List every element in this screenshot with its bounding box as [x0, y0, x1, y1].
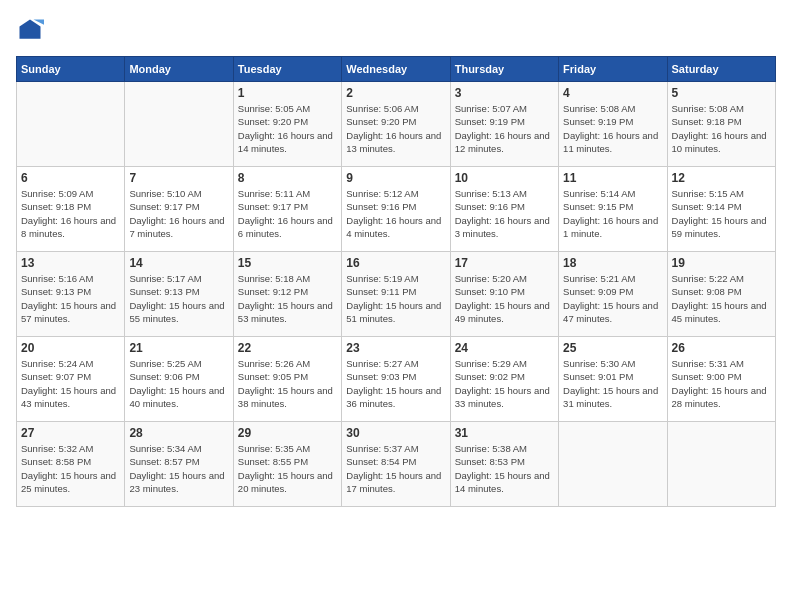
calendar-cell: 8Sunrise: 5:11 AM Sunset: 9:17 PM Daylig…	[233, 167, 341, 252]
calendar-cell: 12Sunrise: 5:15 AM Sunset: 9:14 PM Dayli…	[667, 167, 775, 252]
day-info: Sunrise: 5:38 AM Sunset: 8:53 PM Dayligh…	[455, 442, 554, 495]
calendar-cell: 27Sunrise: 5:32 AM Sunset: 8:58 PM Dayli…	[17, 422, 125, 507]
day-number: 1	[238, 86, 337, 100]
calendar-cell: 1Sunrise: 5:05 AM Sunset: 9:20 PM Daylig…	[233, 82, 341, 167]
day-info: Sunrise: 5:13 AM Sunset: 9:16 PM Dayligh…	[455, 187, 554, 240]
day-number: 21	[129, 341, 228, 355]
day-info: Sunrise: 5:29 AM Sunset: 9:02 PM Dayligh…	[455, 357, 554, 410]
day-number: 10	[455, 171, 554, 185]
calendar-cell: 14Sunrise: 5:17 AM Sunset: 9:13 PM Dayli…	[125, 252, 233, 337]
calendar-cell: 25Sunrise: 5:30 AM Sunset: 9:01 PM Dayli…	[559, 337, 667, 422]
day-info: Sunrise: 5:12 AM Sunset: 9:16 PM Dayligh…	[346, 187, 445, 240]
page-header	[16, 16, 776, 44]
week-row-2: 6Sunrise: 5:09 AM Sunset: 9:18 PM Daylig…	[17, 167, 776, 252]
day-number: 20	[21, 341, 120, 355]
week-row-4: 20Sunrise: 5:24 AM Sunset: 9:07 PM Dayli…	[17, 337, 776, 422]
weekday-header-saturday: Saturday	[667, 57, 775, 82]
day-info: Sunrise: 5:07 AM Sunset: 9:19 PM Dayligh…	[455, 102, 554, 155]
day-number: 7	[129, 171, 228, 185]
day-info: Sunrise: 5:16 AM Sunset: 9:13 PM Dayligh…	[21, 272, 120, 325]
weekday-header-friday: Friday	[559, 57, 667, 82]
calendar-cell: 17Sunrise: 5:20 AM Sunset: 9:10 PM Dayli…	[450, 252, 558, 337]
day-info: Sunrise: 5:32 AM Sunset: 8:58 PM Dayligh…	[21, 442, 120, 495]
calendar-cell: 3Sunrise: 5:07 AM Sunset: 9:19 PM Daylig…	[450, 82, 558, 167]
day-info: Sunrise: 5:26 AM Sunset: 9:05 PM Dayligh…	[238, 357, 337, 410]
calendar-cell: 20Sunrise: 5:24 AM Sunset: 9:07 PM Dayli…	[17, 337, 125, 422]
day-number: 5	[672, 86, 771, 100]
day-info: Sunrise: 5:18 AM Sunset: 9:12 PM Dayligh…	[238, 272, 337, 325]
day-info: Sunrise: 5:37 AM Sunset: 8:54 PM Dayligh…	[346, 442, 445, 495]
weekday-header-monday: Monday	[125, 57, 233, 82]
day-info: Sunrise: 5:05 AM Sunset: 9:20 PM Dayligh…	[238, 102, 337, 155]
day-number: 13	[21, 256, 120, 270]
day-number: 9	[346, 171, 445, 185]
calendar-cell	[559, 422, 667, 507]
day-number: 23	[346, 341, 445, 355]
day-number: 14	[129, 256, 228, 270]
calendar-cell: 28Sunrise: 5:34 AM Sunset: 8:57 PM Dayli…	[125, 422, 233, 507]
day-info: Sunrise: 5:17 AM Sunset: 9:13 PM Dayligh…	[129, 272, 228, 325]
day-number: 29	[238, 426, 337, 440]
day-info: Sunrise: 5:34 AM Sunset: 8:57 PM Dayligh…	[129, 442, 228, 495]
day-info: Sunrise: 5:21 AM Sunset: 9:09 PM Dayligh…	[563, 272, 662, 325]
calendar-cell: 30Sunrise: 5:37 AM Sunset: 8:54 PM Dayli…	[342, 422, 450, 507]
calendar-cell: 15Sunrise: 5:18 AM Sunset: 9:12 PM Dayli…	[233, 252, 341, 337]
day-info: Sunrise: 5:22 AM Sunset: 9:08 PM Dayligh…	[672, 272, 771, 325]
day-number: 4	[563, 86, 662, 100]
day-number: 11	[563, 171, 662, 185]
day-number: 16	[346, 256, 445, 270]
weekday-header-thursday: Thursday	[450, 57, 558, 82]
calendar-cell: 26Sunrise: 5:31 AM Sunset: 9:00 PM Dayli…	[667, 337, 775, 422]
day-number: 24	[455, 341, 554, 355]
calendar-cell: 6Sunrise: 5:09 AM Sunset: 9:18 PM Daylig…	[17, 167, 125, 252]
calendar-cell: 5Sunrise: 5:08 AM Sunset: 9:18 PM Daylig…	[667, 82, 775, 167]
day-info: Sunrise: 5:09 AM Sunset: 9:18 PM Dayligh…	[21, 187, 120, 240]
calendar-cell: 9Sunrise: 5:12 AM Sunset: 9:16 PM Daylig…	[342, 167, 450, 252]
logo-icon	[16, 16, 44, 44]
day-number: 3	[455, 86, 554, 100]
day-number: 26	[672, 341, 771, 355]
day-info: Sunrise: 5:24 AM Sunset: 9:07 PM Dayligh…	[21, 357, 120, 410]
day-info: Sunrise: 5:30 AM Sunset: 9:01 PM Dayligh…	[563, 357, 662, 410]
calendar-cell: 22Sunrise: 5:26 AM Sunset: 9:05 PM Dayli…	[233, 337, 341, 422]
day-number: 30	[346, 426, 445, 440]
calendar-cell: 11Sunrise: 5:14 AM Sunset: 9:15 PM Dayli…	[559, 167, 667, 252]
day-number: 22	[238, 341, 337, 355]
day-number: 8	[238, 171, 337, 185]
calendar-cell	[17, 82, 125, 167]
day-number: 2	[346, 86, 445, 100]
weekday-header-sunday: Sunday	[17, 57, 125, 82]
week-row-3: 13Sunrise: 5:16 AM Sunset: 9:13 PM Dayli…	[17, 252, 776, 337]
calendar-cell: 21Sunrise: 5:25 AM Sunset: 9:06 PM Dayli…	[125, 337, 233, 422]
weekday-header-wednesday: Wednesday	[342, 57, 450, 82]
day-info: Sunrise: 5:35 AM Sunset: 8:55 PM Dayligh…	[238, 442, 337, 495]
calendar-table: SundayMondayTuesdayWednesdayThursdayFrid…	[16, 56, 776, 507]
calendar-cell: 16Sunrise: 5:19 AM Sunset: 9:11 PM Dayli…	[342, 252, 450, 337]
calendar-cell: 13Sunrise: 5:16 AM Sunset: 9:13 PM Dayli…	[17, 252, 125, 337]
day-info: Sunrise: 5:08 AM Sunset: 9:18 PM Dayligh…	[672, 102, 771, 155]
calendar-cell	[667, 422, 775, 507]
calendar-cell: 19Sunrise: 5:22 AM Sunset: 9:08 PM Dayli…	[667, 252, 775, 337]
calendar-cell: 29Sunrise: 5:35 AM Sunset: 8:55 PM Dayli…	[233, 422, 341, 507]
calendar-cell: 23Sunrise: 5:27 AM Sunset: 9:03 PM Dayli…	[342, 337, 450, 422]
week-row-5: 27Sunrise: 5:32 AM Sunset: 8:58 PM Dayli…	[17, 422, 776, 507]
day-number: 31	[455, 426, 554, 440]
day-number: 27	[21, 426, 120, 440]
day-number: 28	[129, 426, 228, 440]
day-info: Sunrise: 5:25 AM Sunset: 9:06 PM Dayligh…	[129, 357, 228, 410]
calendar-cell	[125, 82, 233, 167]
weekday-header-row: SundayMondayTuesdayWednesdayThursdayFrid…	[17, 57, 776, 82]
day-info: Sunrise: 5:20 AM Sunset: 9:10 PM Dayligh…	[455, 272, 554, 325]
day-number: 25	[563, 341, 662, 355]
calendar-cell: 7Sunrise: 5:10 AM Sunset: 9:17 PM Daylig…	[125, 167, 233, 252]
svg-marker-0	[20, 20, 41, 39]
day-info: Sunrise: 5:19 AM Sunset: 9:11 PM Dayligh…	[346, 272, 445, 325]
day-number: 18	[563, 256, 662, 270]
day-info: Sunrise: 5:27 AM Sunset: 9:03 PM Dayligh…	[346, 357, 445, 410]
day-number: 15	[238, 256, 337, 270]
calendar-cell: 31Sunrise: 5:38 AM Sunset: 8:53 PM Dayli…	[450, 422, 558, 507]
day-info: Sunrise: 5:14 AM Sunset: 9:15 PM Dayligh…	[563, 187, 662, 240]
day-info: Sunrise: 5:31 AM Sunset: 9:00 PM Dayligh…	[672, 357, 771, 410]
day-info: Sunrise: 5:08 AM Sunset: 9:19 PM Dayligh…	[563, 102, 662, 155]
day-number: 17	[455, 256, 554, 270]
